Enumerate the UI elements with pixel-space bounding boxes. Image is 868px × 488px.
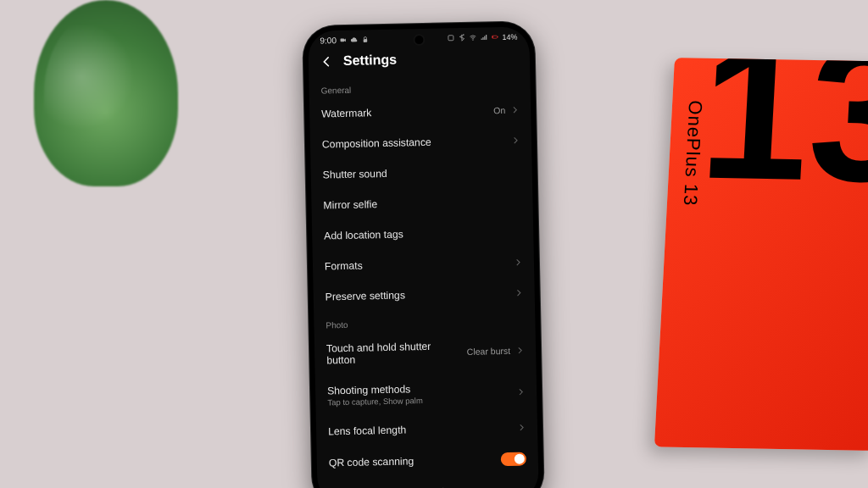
row-location-tags[interactable]: Add location tags <box>312 216 534 251</box>
row-formats-label: Formats <box>325 260 363 273</box>
row-shutter-label: Shutter sound <box>323 168 387 181</box>
svg-rect-0 <box>341 39 345 42</box>
row-shooting-methods[interactable]: Shooting methods Tap to capture, Show pa… <box>315 371 537 416</box>
cloud-icon <box>351 36 359 44</box>
toggle-on[interactable] <box>501 452 526 467</box>
svg-rect-2 <box>448 36 453 41</box>
chevron-right-icon <box>517 424 526 432</box>
chevron-right-icon <box>510 106 519 114</box>
header-bar: Settings <box>309 42 531 77</box>
row-watermark-value: On <box>493 105 505 115</box>
phone-frame: 9:00 14% Settings <box>303 21 544 488</box>
row-watermark[interactable]: Watermark On <box>309 94 531 129</box>
signal-icon <box>480 33 487 41</box>
battery-icon <box>491 33 498 41</box>
battery-percent: 14% <box>502 32 517 41</box>
chevron-right-icon <box>515 289 523 297</box>
chevron-right-icon <box>515 347 524 355</box>
lock-icon <box>362 36 370 43</box>
row-lens-focal[interactable]: Lens focal length <box>316 412 538 446</box>
row-qr-label: QR code scanning <box>329 455 415 469</box>
row-composition-label: Composition assistance <box>322 136 431 151</box>
row-shutter-sound[interactable]: Shutter sound <box>310 155 532 190</box>
row-lens-label: Lens focal length <box>328 424 406 437</box>
video-icon <box>340 36 348 44</box>
row-touch-hold-value: Clear burst <box>467 346 511 357</box>
back-icon[interactable] <box>320 55 333 68</box>
scene-background: OnePlus 13 13 9:00 14% <box>0 0 868 488</box>
row-touch-hold-label: Touch and hold shutter button <box>326 340 446 366</box>
phone-screen: 9:00 14% Settings <box>308 26 539 488</box>
row-preserve-settings[interactable]: Preserve settings <box>313 277 535 312</box>
plant-prop <box>34 0 178 186</box>
row-qr-scanning[interactable]: QR code scanning <box>316 442 538 479</box>
row-composition[interactable]: Composition assistance <box>310 125 532 159</box>
chevron-right-icon <box>516 388 525 396</box>
svg-rect-1 <box>364 39 368 42</box>
nfc-icon <box>447 34 454 42</box>
row-preserve-label: Preserve settings <box>326 289 405 302</box>
row-shooting-label: Shooting methods <box>327 383 423 396</box>
row-location-label: Add location tags <box>324 228 403 241</box>
product-box: OnePlus 13 13 <box>654 58 868 451</box>
svg-point-3 <box>472 40 473 41</box>
box-number-text: 13 <box>697 58 868 192</box>
row-mirror-label: Mirror selfie <box>323 198 377 211</box>
svg-rect-5 <box>492 36 493 38</box>
chevron-right-icon <box>514 258 522 267</box>
row-touch-hold[interactable]: Touch and hold shutter button Clear burs… <box>314 329 537 375</box>
row-formats[interactable]: Formats <box>313 247 535 281</box>
page-title: Settings <box>343 53 397 69</box>
bluetooth-icon <box>458 34 465 42</box>
chevron-right-icon <box>511 136 520 145</box>
status-time: 9:00 <box>320 36 337 45</box>
svg-rect-6 <box>498 36 498 38</box>
row-shooting-sublabel: Tap to capture, Show palm <box>327 396 423 407</box>
wifi-icon <box>469 34 476 42</box>
row-mirror-selfie[interactable]: Mirror selfie <box>311 186 533 220</box>
row-watermark-label: Watermark <box>321 107 371 119</box>
